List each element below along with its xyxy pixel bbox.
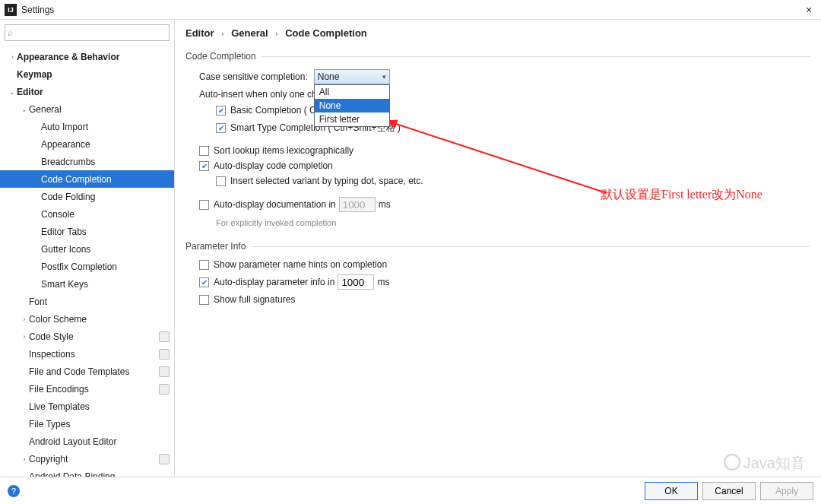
section-parameter-info: Parameter Info [185, 241, 810, 252]
tree-item-breadcrumbs[interactable]: Breadcrumbs [0, 153, 174, 170]
tree-item-appearance[interactable]: Appearance [0, 135, 174, 153]
tree-item-gutter-icons[interactable]: Gutter Icons [0, 240, 174, 258]
chevron-right-icon: › [275, 30, 277, 38]
show-full-signatures-checkbox[interactable] [199, 295, 209, 305]
sidebar: ⌕ ›Appearance & BehaviorKeymap⌄Editor⌄Ge… [0, 20, 175, 477]
tree-item-label: Code Style [29, 331, 156, 342]
tree-item-label: Editor [17, 87, 170, 97]
ms-label: ms [379, 199, 391, 210]
tree-item-label: Inspections [29, 349, 156, 360]
auto-param-info-ms-input[interactable] [338, 274, 374, 290]
chevron-right-icon: › [221, 30, 223, 38]
insert-variant-label: Insert selected variant by typing dot, s… [230, 176, 423, 186]
crumb-general[interactable]: General [231, 27, 268, 39]
basic-completion-checkbox[interactable] [216, 106, 226, 116]
dialog-footer: ? OK Cancel Apply [0, 477, 821, 504]
tree-item-label: Font [29, 296, 170, 307]
tree-item-label: Appearance & Behavior [17, 52, 170, 62]
tree-item-smart-keys[interactable]: Smart Keys [0, 275, 174, 293]
case-sensitive-label: Case sensitive completion: [199, 71, 308, 82]
ok-button[interactable]: OK [645, 482, 698, 500]
tree-item-code-folding[interactable]: Code Folding [0, 188, 174, 205]
tree-item-label: Android Layout Editor [29, 436, 170, 447]
auto-param-info-checkbox[interactable] [199, 277, 209, 287]
sort-lexicographically-label: Sort lookup items lexicographically [214, 145, 353, 156]
tree-arrow-icon: › [8, 53, 17, 61]
tree-item-label: Smart Keys [41, 279, 170, 290]
tree-item-label: General [29, 104, 170, 115]
search-icon: ⌕ [8, 27, 13, 38]
apply-button[interactable]: Apply [760, 482, 813, 500]
sort-lexicographically-checkbox[interactable] [199, 146, 209, 156]
tree-item-code-style[interactable]: ›Code Style [0, 328, 174, 345]
tree-item-android-layout-editor[interactable]: Android Layout Editor [0, 433, 174, 450]
smart-type-checkbox[interactable] [216, 123, 226, 133]
section-code-completion: Code Completion [185, 51, 810, 62]
tree-item-inspections[interactable]: Inspections [0, 345, 174, 363]
app-logo: IJ [5, 4, 17, 16]
tree-item-label: Breadcrumbs [41, 157, 170, 167]
tree-item-label: File Encodings [29, 384, 156, 395]
close-icon[interactable]: × [801, 4, 816, 16]
auto-display-doc-checkbox[interactable] [199, 200, 209, 210]
tree-item-label: Console [41, 209, 170, 220]
tree-item-label: Gutter Icons [41, 244, 170, 255]
tree-arrow-icon: › [20, 455, 29, 463]
tree-item-label: File and Code Templates [29, 366, 156, 377]
window-title: Settings [21, 5, 801, 15]
case-sensitive-select[interactable]: None▾ [314, 69, 390, 84]
tree-item-color-scheme[interactable]: ›Color Scheme [0, 310, 174, 328]
tree-item-appearance-behavior[interactable]: ›Appearance & Behavior [0, 48, 174, 65]
tree-arrow-icon: ⌄ [20, 106, 29, 113]
tree-item-code-completion[interactable]: Code Completion [0, 170, 174, 188]
option-all[interactable]: All [315, 85, 389, 99]
param-hints-checkbox[interactable] [199, 260, 209, 270]
breadcrumb: Editor › General › Code Completion [175, 20, 821, 45]
option-first-letter[interactable]: First letter [315, 113, 389, 126]
tree-item-editor[interactable]: ⌄Editor [0, 83, 174, 100]
project-badge-icon [159, 366, 170, 377]
chevron-down-icon: ▾ [382, 73, 386, 81]
tree-item-label: Copyright [29, 454, 156, 464]
crumb-editor[interactable]: Editor [185, 27, 214, 39]
tree-item-label: File Types [29, 419, 170, 430]
auto-display-completion-checkbox[interactable] [199, 161, 209, 171]
tree-item-label: Editor Tabs [41, 227, 170, 237]
tree-item-android-data-binding[interactable]: Android Data Binding [0, 468, 174, 477]
project-badge-icon [159, 454, 170, 464]
tree-item-keymap[interactable]: Keymap [0, 65, 174, 83]
option-none[interactable]: None [315, 99, 389, 113]
tree-item-file-types[interactable]: File Types [0, 415, 174, 433]
case-sensitive-dropdown[interactable]: All None First letter [314, 84, 390, 127]
tree-item-postfix-completion[interactable]: Postfix Completion [0, 258, 174, 275]
tree-item-live-templates[interactable]: Live Templates [0, 398, 174, 415]
tree-item-label: Postfix Completion [41, 262, 170, 272]
auto-display-doc-ms-input [339, 197, 376, 212]
tree-arrow-icon: › [20, 333, 29, 341]
tree-item-font[interactable]: Font [0, 293, 174, 310]
tree-item-auto-import[interactable]: Auto Import [0, 118, 174, 135]
help-icon[interactable]: ? [8, 485, 20, 497]
ms-label: ms [377, 277, 389, 287]
param-hints-label: Show parameter name hints on completion [214, 259, 387, 270]
tree-item-label: Android Data Binding [29, 471, 170, 477]
settings-tree[interactable]: ›Appearance & BehaviorKeymap⌄Editor⌄Gene… [0, 46, 174, 477]
insert-variant-checkbox[interactable] [216, 176, 226, 186]
tree-item-file-encodings[interactable]: File Encodings [0, 380, 174, 398]
tree-item-label: Live Templates [29, 401, 170, 412]
tree-item-console[interactable]: Console [0, 205, 174, 223]
tree-item-label: Keymap [17, 69, 170, 80]
cancel-button[interactable]: Cancel [702, 482, 756, 500]
show-full-signatures-label: Show full signatures [214, 294, 295, 305]
tree-item-label: Code Folding [41, 192, 170, 202]
tree-arrow-icon: › [20, 315, 29, 323]
tree-item-label: Appearance [41, 139, 170, 150]
search-input[interactable] [5, 24, 170, 41]
tree-item-general[interactable]: ⌄General [0, 100, 174, 118]
tree-item-editor-tabs[interactable]: Editor Tabs [0, 223, 174, 240]
auto-param-info-label: Auto-display parameter info in [214, 277, 334, 287]
tree-item-file-and-code-templates[interactable]: File and Code Templates [0, 363, 174, 380]
auto-display-completion-label: Auto-display code completion [214, 160, 333, 171]
auto-display-doc-label: Auto-display documentation in [214, 199, 336, 210]
tree-item-copyright[interactable]: ›Copyright [0, 450, 174, 468]
